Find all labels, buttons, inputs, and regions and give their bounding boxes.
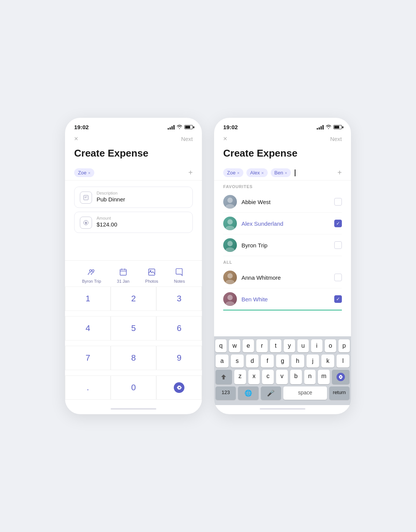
key-z[interactable]: z [234,370,246,384]
key-w[interactable]: w [229,339,240,352]
key-d[interactable]: d [246,355,259,367]
key-4[interactable]: 4 [65,316,111,340]
close-button-right[interactable]: × [223,135,227,143]
avatar-abbie [223,195,237,209]
key-e[interactable]: e [243,339,254,352]
amount-label: Amount [97,216,117,220]
status-bar-left: 19:02 [65,118,202,133]
key-123[interactable]: 123 [216,386,236,400]
page-title-right: Create Expense [214,147,351,165]
key-v[interactable]: v [276,370,288,384]
amount-field[interactable]: $ Amount $124.00 [74,212,193,233]
tag-ben-right-label: Ben [275,170,283,176]
key-i[interactable]: i [311,339,322,352]
key-y[interactable]: y [284,339,295,352]
key-g[interactable]: g [276,355,289,367]
tag-ben-right[interactable]: Ben × [271,168,291,177]
key-0[interactable]: 0 [111,375,156,400]
key-s[interactable]: s [231,355,244,367]
left-phone: 19:02 × Next [65,118,202,414]
key-h[interactable]: h [291,355,304,367]
key-7[interactable]: 7 [65,346,111,370]
toolbar-photos[interactable]: Photos [145,267,158,283]
avatar-ben [223,292,237,306]
key-3[interactable]: 3 [156,287,202,311]
right-phone: 19:02 × Next [214,118,351,414]
toolbar-byron-label: Byron Trip [82,279,101,283]
tag-alex-right-remove[interactable]: × [261,171,264,175]
key-delete[interactable] [156,375,202,400]
status-icons-left [168,125,193,130]
next-button-right[interactable]: Next [330,136,342,142]
key-j[interactable]: j [306,355,319,367]
checkbox-abbie[interactable] [334,198,342,206]
toolbar-photos-label: Photos [145,279,158,283]
tag-add-button[interactable]: + [188,168,193,177]
key-t[interactable]: t [270,339,281,352]
key-1[interactable]: 1 [65,287,111,311]
toolbar-notes[interactable]: Notes [174,267,185,283]
contact-abbie-name: Abbie West [241,199,334,205]
key-mic[interactable]: 🎤 [261,386,281,400]
checkbox-byron[interactable] [334,241,342,249]
contact-alex[interactable]: Alex Sunderland [223,213,342,234]
key-l[interactable]: l [337,355,349,367]
contact-ben[interactable]: Ben White [223,288,342,310]
tag-zoe-remove[interactable]: × [88,171,90,175]
tag-add-button-right[interactable]: + [337,168,342,177]
key-2[interactable]: 2 [111,287,156,311]
key-a[interactable]: a [216,355,229,367]
key-5[interactable]: 5 [111,316,156,340]
checkbox-anna[interactable] [334,274,342,281]
description-value: Pub Dinner [97,196,125,203]
status-time-right: 19:02 [223,124,238,130]
key-r[interactable]: r [256,339,268,352]
description-field[interactable]: Description Pub Dinner [74,187,193,208]
scroll-indicator-left [111,408,156,410]
form-section: Description Pub Dinner $ Amount $124.00 [65,180,202,239]
svg-point-21 [227,273,233,279]
key-p[interactable]: p [338,339,350,352]
key-globe[interactable]: 🌐 [238,386,258,400]
key-b[interactable]: b [290,370,302,384]
next-button-left[interactable]: Next [181,136,193,142]
close-button-left[interactable]: × [74,135,78,143]
contact-anna[interactable]: Anna Whitmore [223,267,342,288]
key-9[interactable]: 9 [156,346,202,370]
key-c[interactable]: c [262,370,274,384]
tag-zoe-right-remove[interactable]: × [237,171,239,175]
key-return[interactable]: return [329,386,349,400]
tag-zoe-label: Zoe [78,170,86,176]
toolbar-date[interactable]: 31 Jan [117,267,129,283]
checkbox-alex[interactable] [334,220,342,227]
shift-key[interactable] [216,370,232,384]
signal-icon [168,125,175,130]
contact-byron[interactable]: Byron Trip [223,234,342,256]
text-cursor [295,169,295,176]
key-6[interactable]: 6 [156,316,202,340]
tag-ben-right-remove[interactable]: × [285,171,287,175]
key-o[interactable]: o [325,339,336,352]
key-k[interactable]: k [321,355,334,367]
keyboard-row-1: q w e r t y u i o p [216,339,349,352]
contact-abbie[interactable]: Abbie West [223,191,342,213]
key-8[interactable]: 8 [111,346,156,370]
checkbox-ben[interactable] [334,295,342,303]
tag-alex-right[interactable]: Alex × [246,168,268,177]
toolbar-byron-trip[interactable]: Byron Trip [82,267,101,283]
tag-zoe-right-label: Zoe [227,170,235,176]
key-x[interactable]: x [248,370,260,384]
tag-alex-right-label: Alex [250,170,260,176]
key-m[interactable]: m [318,370,330,384]
key-space[interactable]: space [283,386,327,400]
key-q[interactable]: q [215,339,227,352]
key-dot[interactable]: . [65,375,111,400]
key-u[interactable]: u [297,339,309,352]
toolbar-notes-label: Notes [174,279,185,283]
key-n[interactable]: n [304,370,316,384]
tag-zoe-right[interactable]: Zoe × [223,168,243,177]
tag-zoe[interactable]: Zoe × [74,168,94,177]
key-f[interactable]: f [261,355,274,367]
keyboard-delete-key[interactable] [332,370,349,384]
svg-text:$: $ [85,221,87,225]
